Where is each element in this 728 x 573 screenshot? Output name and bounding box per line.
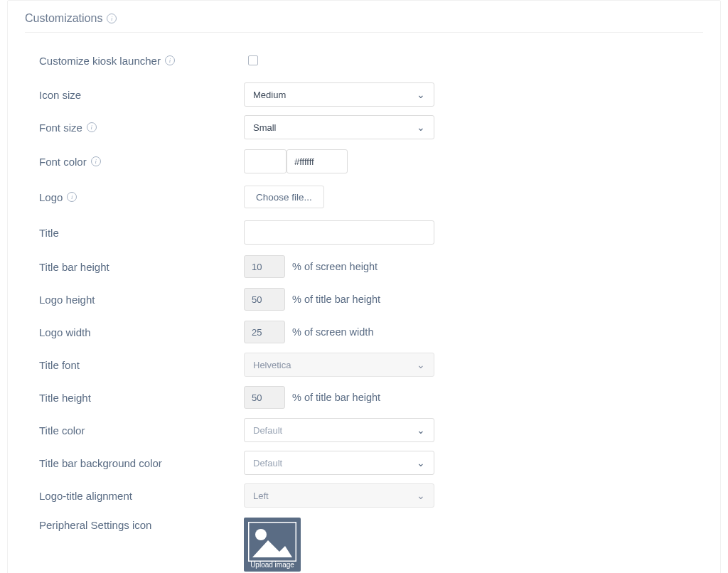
label-title-bar-bg: Title bar background color bbox=[39, 457, 162, 469]
chevron-down-icon: ⌄ bbox=[417, 122, 425, 133]
label-title-font: Title font bbox=[39, 359, 80, 371]
chevron-down-icon: ⌄ bbox=[417, 89, 425, 100]
suffix-titlebar-height2: % of title bar height bbox=[292, 392, 380, 403]
svg-point-1 bbox=[255, 529, 267, 540]
chevron-down-icon: ⌄ bbox=[417, 424, 425, 436]
label-icon-size: Icon size bbox=[39, 89, 81, 101]
icon-size-dropdown[interactable]: Medium ⌄ bbox=[244, 82, 434, 107]
upload-image-text: Upload image bbox=[250, 561, 294, 569]
chevron-down-icon: ⌄ bbox=[417, 457, 425, 468]
logo-title-align-value: Left bbox=[253, 491, 269, 501]
chevron-down-icon: ⌄ bbox=[417, 490, 425, 501]
chevron-down-icon: ⌄ bbox=[417, 359, 425, 370]
info-icon[interactable]: i bbox=[165, 55, 175, 65]
label-logo-title-align: Logo-title alignment bbox=[39, 490, 132, 502]
info-icon[interactable]: i bbox=[87, 122, 97, 132]
info-icon[interactable]: i bbox=[91, 156, 101, 166]
customizations-panel: Customizations i Customize kiosk launche… bbox=[7, 0, 721, 573]
title-bar-bg-dropdown[interactable]: Default ⌄ bbox=[244, 451, 434, 475]
font-size-value: Small bbox=[253, 122, 277, 133]
logo-width-input[interactable] bbox=[244, 321, 285, 343]
section-title-text: Customizations bbox=[25, 12, 102, 25]
upload-image-button[interactable]: Upload image bbox=[244, 518, 301, 572]
label-title: Title bbox=[39, 227, 59, 239]
customize-kiosk-checkbox[interactable] bbox=[248, 55, 258, 65]
title-font-dropdown[interactable]: Helvetica ⌄ bbox=[244, 353, 434, 377]
title-bar-height-input[interactable] bbox=[244, 255, 285, 278]
info-icon[interactable]: i bbox=[67, 192, 77, 202]
suffix-screen-width: % of screen width bbox=[292, 326, 373, 338]
label-logo: Logo bbox=[39, 191, 63, 203]
image-placeholder-icon bbox=[248, 522, 296, 562]
font-color-swatch[interactable] bbox=[244, 149, 287, 173]
title-input[interactable] bbox=[244, 220, 434, 245]
label-title-bar-height: Title bar height bbox=[39, 261, 109, 273]
title-height-input[interactable] bbox=[244, 386, 285, 409]
icon-size-value: Medium bbox=[253, 90, 286, 100]
logo-title-align-dropdown[interactable]: Left ⌄ bbox=[244, 483, 434, 508]
title-font-value: Helvetica bbox=[253, 360, 291, 370]
logo-choose-file-button[interactable]: Choose file... bbox=[244, 186, 324, 208]
suffix-titlebar-height: % of title bar height bbox=[292, 294, 380, 305]
font-size-dropdown[interactable]: Small ⌄ bbox=[244, 115, 434, 139]
label-customize-kiosk: Customize kiosk launcher bbox=[39, 55, 161, 67]
label-font-color: Font color bbox=[39, 156, 87, 168]
title-color-value: Default bbox=[253, 425, 282, 436]
label-title-color: Title color bbox=[39, 424, 85, 437]
label-logo-width: Logo width bbox=[39, 326, 91, 338]
choose-file-text: Choose file... bbox=[256, 192, 312, 203]
suffix-screen-height: % of screen height bbox=[292, 261, 378, 272]
section-title: Customizations i bbox=[25, 8, 703, 33]
font-color-hex-input[interactable] bbox=[287, 149, 348, 173]
svg-marker-2 bbox=[252, 540, 292, 557]
logo-height-input[interactable] bbox=[244, 288, 285, 311]
title-color-dropdown[interactable]: Default ⌄ bbox=[244, 418, 434, 442]
label-logo-height: Logo height bbox=[39, 294, 95, 306]
info-icon[interactable]: i bbox=[107, 14, 117, 23]
title-bar-bg-value: Default bbox=[253, 458, 282, 468]
label-peripheral-icon: Peripheral Settings icon bbox=[39, 519, 151, 531]
label-font-size: Font size bbox=[39, 122, 82, 134]
label-title-height: Title height bbox=[39, 392, 91, 404]
